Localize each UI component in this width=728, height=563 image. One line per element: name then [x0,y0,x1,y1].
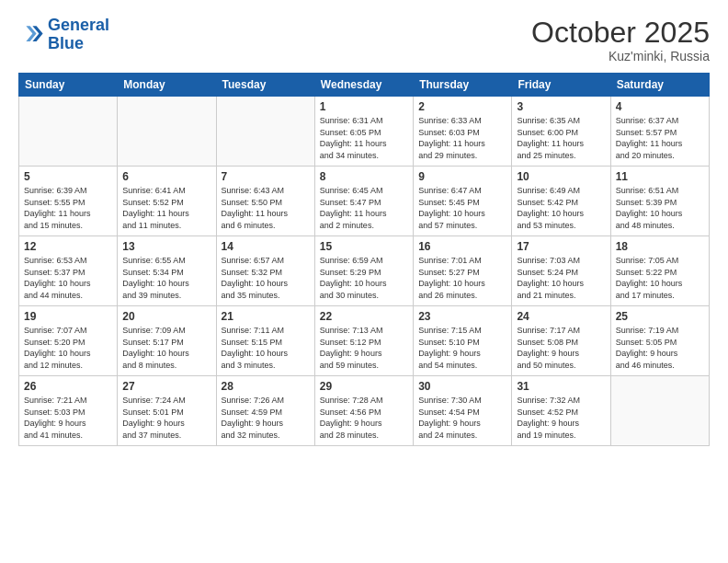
day-info: Sunrise: 6:43 AM Sunset: 5:50 PM Dayligh… [222,185,310,231]
day-info: Sunrise: 6:53 AM Sunset: 5:37 PM Dayligh… [24,255,112,301]
day-number: 3 [517,100,605,113]
day-number: 28 [222,380,310,393]
day-info: Sunrise: 6:33 AM Sunset: 6:03 PM Dayligh… [418,115,506,161]
week-row-4: 19Sunrise: 7:07 AM Sunset: 5:20 PM Dayli… [19,306,710,376]
day-info: Sunrise: 7:21 AM Sunset: 5:03 PM Dayligh… [24,395,112,441]
day-number: 12 [24,240,112,253]
day-cell [19,97,118,167]
day-number: 19 [24,310,112,323]
logo-icon [18,22,44,48]
day-number: 11 [616,170,704,183]
day-info: Sunrise: 7:32 AM Sunset: 4:52 PM Dayligh… [517,395,605,441]
location-subtitle: Kuz'minki, Russia [531,49,710,63]
day-number: 10 [517,170,605,183]
header: General Blue October 2025 Kuz'minki, Rus… [18,17,710,63]
day-number: 1 [320,100,408,113]
weekday-header-thursday: Thursday [414,74,512,97]
day-number: 13 [122,240,210,253]
day-number: 2 [418,100,506,113]
day-number: 25 [616,310,704,323]
day-info: Sunrise: 7:05 AM Sunset: 5:22 PM Dayligh… [616,255,704,301]
day-info: Sunrise: 6:55 AM Sunset: 5:34 PM Dayligh… [122,255,210,301]
day-info: Sunrise: 6:45 AM Sunset: 5:47 PM Dayligh… [320,185,408,231]
day-info: Sunrise: 6:37 AM Sunset: 5:57 PM Dayligh… [616,115,704,161]
day-info: Sunrise: 6:35 AM Sunset: 6:00 PM Dayligh… [517,115,605,161]
week-row-1: 1Sunrise: 6:31 AM Sunset: 6:05 PM Daylig… [19,97,710,167]
day-number: 15 [320,240,408,253]
day-cell: 3Sunrise: 6:35 AM Sunset: 6:00 PM Daylig… [512,97,610,167]
weekday-header-tuesday: Tuesday [216,74,314,97]
logo-text: General [48,17,109,35]
day-cell: 20Sunrise: 7:09 AM Sunset: 5:17 PM Dayli… [118,306,216,376]
day-cell [118,97,216,167]
day-cell: 9Sunrise: 6:47 AM Sunset: 5:45 PM Daylig… [414,167,512,236]
day-cell [610,376,709,446]
day-cell: 30Sunrise: 7:30 AM Sunset: 4:54 PM Dayli… [414,376,512,446]
day-cell: 26Sunrise: 7:21 AM Sunset: 5:03 PM Dayli… [19,376,118,446]
day-cell: 25Sunrise: 7:19 AM Sunset: 5:05 PM Dayli… [610,306,709,376]
day-info: Sunrise: 6:59 AM Sunset: 5:29 PM Dayligh… [320,255,408,301]
day-info: Sunrise: 6:57 AM Sunset: 5:32 PM Dayligh… [222,255,310,301]
day-info: Sunrise: 7:01 AM Sunset: 5:27 PM Dayligh… [418,255,506,301]
day-number: 31 [517,380,605,393]
day-cell: 11Sunrise: 6:51 AM Sunset: 5:39 PM Dayli… [610,167,709,236]
day-info: Sunrise: 7:11 AM Sunset: 5:15 PM Dayligh… [222,325,310,371]
day-number: 5 [24,170,112,183]
day-cell: 14Sunrise: 6:57 AM Sunset: 5:32 PM Dayli… [216,236,314,306]
day-cell: 22Sunrise: 7:13 AM Sunset: 5:12 PM Dayli… [314,306,413,376]
day-cell: 13Sunrise: 6:55 AM Sunset: 5:34 PM Dayli… [118,236,216,306]
day-number: 24 [517,310,605,323]
day-number: 16 [418,240,506,253]
day-cell: 7Sunrise: 6:43 AM Sunset: 5:50 PM Daylig… [216,167,314,236]
day-cell [216,97,314,167]
weekday-header-row: SundayMondayTuesdayWednesdayThursdayFrid… [19,74,710,97]
day-cell: 29Sunrise: 7:28 AM Sunset: 4:56 PM Dayli… [314,376,413,446]
day-info: Sunrise: 6:51 AM Sunset: 5:39 PM Dayligh… [616,185,704,231]
calendar-table: SundayMondayTuesdayWednesdayThursdayFrid… [18,73,710,446]
day-info: Sunrise: 6:31 AM Sunset: 6:05 PM Dayligh… [320,115,408,161]
day-info: Sunrise: 7:03 AM Sunset: 5:24 PM Dayligh… [517,255,605,301]
day-number: 26 [24,380,112,393]
day-cell: 4Sunrise: 6:37 AM Sunset: 5:57 PM Daylig… [610,97,709,167]
day-number: 23 [418,310,506,323]
day-cell: 18Sunrise: 7:05 AM Sunset: 5:22 PM Dayli… [610,236,709,306]
day-number: 6 [122,170,210,183]
day-cell: 8Sunrise: 6:45 AM Sunset: 5:47 PM Daylig… [314,167,413,236]
month-title: October 2025 [531,17,710,49]
day-number: 29 [320,380,408,393]
day-cell: 1Sunrise: 6:31 AM Sunset: 6:05 PM Daylig… [314,97,413,167]
day-cell: 21Sunrise: 7:11 AM Sunset: 5:15 PM Dayli… [216,306,314,376]
day-info: Sunrise: 7:09 AM Sunset: 5:17 PM Dayligh… [122,325,210,371]
day-number: 30 [418,380,506,393]
day-number: 18 [616,240,704,253]
day-number: 9 [418,170,506,183]
day-cell: 24Sunrise: 7:17 AM Sunset: 5:08 PM Dayli… [512,306,610,376]
week-row-5: 26Sunrise: 7:21 AM Sunset: 5:03 PM Dayli… [19,376,710,446]
day-number: 20 [122,310,210,323]
day-cell: 2Sunrise: 6:33 AM Sunset: 6:03 PM Daylig… [414,97,512,167]
day-info: Sunrise: 6:41 AM Sunset: 5:52 PM Dayligh… [122,185,210,231]
weekday-header-saturday: Saturday [610,74,709,97]
week-row-3: 12Sunrise: 6:53 AM Sunset: 5:37 PM Dayli… [19,236,710,306]
day-cell: 15Sunrise: 6:59 AM Sunset: 5:29 PM Dayli… [314,236,413,306]
day-number: 27 [122,380,210,393]
day-number: 4 [616,100,704,113]
day-cell: 19Sunrise: 7:07 AM Sunset: 5:20 PM Dayli… [19,306,118,376]
day-info: Sunrise: 7:07 AM Sunset: 5:20 PM Dayligh… [24,325,112,371]
logo: General Blue [18,17,109,53]
day-cell: 27Sunrise: 7:24 AM Sunset: 5:01 PM Dayli… [118,376,216,446]
day-cell: 10Sunrise: 6:49 AM Sunset: 5:42 PM Dayli… [512,167,610,236]
weekday-header-monday: Monday [118,74,216,97]
day-number: 7 [222,170,310,183]
day-info: Sunrise: 7:17 AM Sunset: 5:08 PM Dayligh… [517,325,605,371]
day-info: Sunrise: 7:30 AM Sunset: 4:54 PM Dayligh… [418,395,506,441]
day-number: 14 [222,240,310,253]
day-info: Sunrise: 6:39 AM Sunset: 5:55 PM Dayligh… [24,185,112,231]
weekday-header-sunday: Sunday [19,74,118,97]
logo-text2: Blue [48,35,109,53]
day-cell: 31Sunrise: 7:32 AM Sunset: 4:52 PM Dayli… [512,376,610,446]
day-number: 22 [320,310,408,323]
day-number: 8 [320,170,408,183]
day-info: Sunrise: 7:26 AM Sunset: 4:59 PM Dayligh… [222,395,310,441]
day-info: Sunrise: 7:15 AM Sunset: 5:10 PM Dayligh… [418,325,506,371]
